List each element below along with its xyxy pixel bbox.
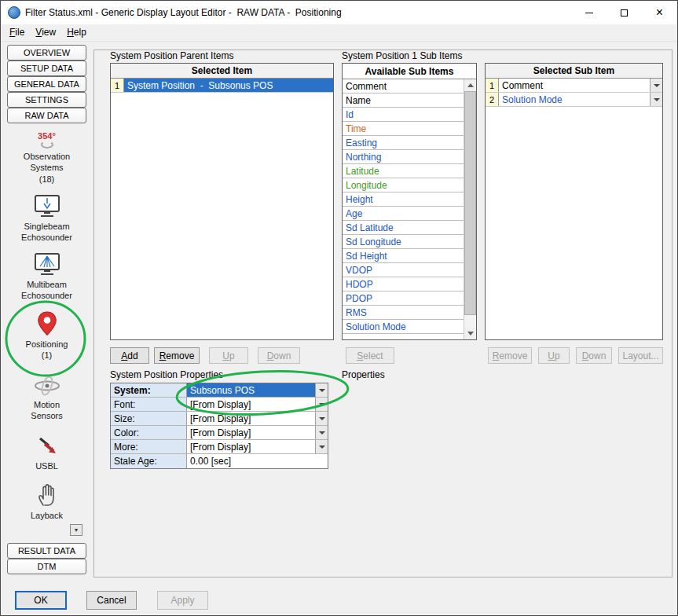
- sidebar-item-positioning[interactable]: Positioning (1): [7, 311, 86, 361]
- scrollbar-thumb[interactable]: [464, 91, 476, 315]
- selected-sub-item-row[interactable]: 2 Solution Mode: [486, 93, 662, 107]
- property-row-size: Size: [From Display]: [111, 412, 328, 426]
- available-sub-item[interactable]: Solution Mode: [343, 320, 464, 334]
- selected-sub-item-row[interactable]: 1 Comment: [486, 79, 662, 93]
- minimize-button[interactable]: [571, 1, 607, 24]
- selected-sub-items-table: Selected Sub Item 1 Comment 2 Solution M…: [485, 63, 663, 340]
- more-value[interactable]: [From Display]: [187, 440, 315, 453]
- sidebar-item-result-data[interactable]: RESULT DATA: [7, 543, 86, 559]
- sidebar-scroll-button[interactable]: [70, 524, 82, 536]
- sidebar-item-dtm[interactable]: DTM: [7, 559, 86, 574]
- usbl-icon: [7, 434, 86, 458]
- system-dropdown-icon[interactable]: [315, 383, 328, 397]
- down-button[interactable]: Down: [258, 347, 300, 364]
- sidebar-item-raw-data[interactable]: RAW DATA: [7, 108, 86, 123]
- available-sub-item[interactable]: Sd Latitude: [343, 221, 464, 235]
- available-sub-item[interactable]: Northing: [343, 150, 464, 164]
- available-sub-items-header: Available Sub Items: [343, 64, 476, 79]
- scrollbar-up-icon[interactable]: [464, 79, 476, 91]
- size-dropdown-icon[interactable]: [315, 412, 328, 425]
- generic-display-layout-editor-window: Filter Status.xml - Generic Display Layo…: [0, 0, 678, 616]
- available-sub-item[interactable]: Sd Longitude: [343, 235, 464, 249]
- menu-file[interactable]: File: [4, 24, 30, 41]
- sub-down-button[interactable]: Down: [576, 347, 612, 364]
- color-dropdown-icon[interactable]: [315, 426, 328, 439]
- more-dropdown-icon[interactable]: [315, 440, 328, 453]
- sub-items-section-title: System Position 1 Sub Items: [342, 50, 462, 61]
- available-sub-items-scrollbar[interactable]: [464, 79, 476, 339]
- sub-up-button[interactable]: Up: [538, 347, 570, 364]
- available-sub-item[interactable]: Comment: [343, 79, 464, 94]
- sub-item-dropdown-icon[interactable]: [650, 79, 662, 92]
- sidebar-item-observation-systems[interactable]: 354° Observation Systems (18): [7, 131, 86, 185]
- layout-button[interactable]: Layout...: [618, 347, 663, 364]
- select-button[interactable]: Select: [346, 347, 394, 364]
- available-sub-item[interactable]: Latitude: [343, 164, 464, 178]
- parent-item-label[interactable]: System Position - Subsonus POS: [124, 79, 333, 92]
- maximize-button[interactable]: [607, 1, 642, 24]
- up-button[interactable]: Up: [209, 347, 248, 364]
- cancel-button[interactable]: Cancel: [86, 591, 137, 610]
- sidebar-item-usbl[interactable]: USBL: [7, 434, 86, 471]
- property-row-color: Color: [From Display]: [111, 426, 328, 440]
- sidebar-item-setup-data[interactable]: SETUP DATA: [7, 60, 86, 76]
- properties-label: Properties: [342, 369, 385, 380]
- available-sub-items-panel: Available Sub Items Comment Name Id Time…: [342, 63, 477, 340]
- parent-items-header: Selected Item: [111, 64, 333, 79]
- row-number: 1: [111, 79, 124, 92]
- remove-button[interactable]: Remove: [154, 347, 200, 364]
- available-sub-item[interactable]: Easting: [343, 136, 464, 150]
- title-bar: Filter Status.xml - Generic Display Layo…: [1, 1, 677, 24]
- multibeam-echosounder-icon: [7, 253, 86, 277]
- available-sub-item[interactable]: Height: [343, 192, 464, 207]
- font-value[interactable]: [From Display]: [187, 398, 315, 411]
- window-title: Filter Status.xml - Generic Display Layo…: [25, 7, 571, 18]
- close-button[interactable]: [642, 1, 677, 24]
- apply-button[interactable]: Apply: [157, 591, 208, 610]
- layback-hand-icon: [7, 482, 86, 508]
- parent-item-row[interactable]: 1 System Position - Subsonus POS: [111, 79, 333, 93]
- motion-sensors-icon: [7, 375, 86, 397]
- selected-sub-item-label[interactable]: Solution Mode: [499, 93, 650, 106]
- menu-bar: File View Help: [1, 24, 677, 42]
- sub-remove-button[interactable]: Remove: [488, 347, 532, 364]
- compass-arc-icon: [41, 141, 53, 148]
- available-sub-item[interactable]: VDOP: [343, 263, 464, 277]
- more-label: More:: [111, 440, 187, 453]
- properties-section-title: System Position Properties: [110, 369, 223, 380]
- scrollbar-down-icon[interactable]: [464, 328, 476, 339]
- add-button[interactable]: Add: [110, 347, 149, 364]
- sidebar-item-motion-sensors[interactable]: Motion Sensors: [7, 375, 86, 422]
- system-value[interactable]: Subsonus POS: [187, 383, 315, 397]
- sidebar-item-layback[interactable]: Layback: [7, 482, 86, 521]
- available-sub-items-list: Comment Name Id Time Easting Northing La…: [343, 79, 464, 339]
- available-sub-item[interactable]: Time: [343, 122, 464, 136]
- sidebar-item-overview[interactable]: OVERVIEW: [7, 45, 86, 60]
- menu-view[interactable]: View: [30, 24, 61, 41]
- menu-help[interactable]: Help: [61, 24, 92, 41]
- sidebar-item-multibeam-echosounder[interactable]: Multibeam Echosounder: [7, 253, 86, 302]
- size-value[interactable]: [From Display]: [187, 412, 315, 425]
- sidebar-item-singlebeam-echosounder[interactable]: Singlebeam Echosounder: [7, 195, 86, 244]
- system-label: System:: [111, 383, 187, 397]
- row-number: 2: [486, 93, 499, 106]
- row-number: 1: [486, 79, 499, 92]
- available-sub-item[interactable]: HDOP: [343, 277, 464, 292]
- stale-age-value[interactable]: 0.00 [sec]: [187, 454, 328, 468]
- ok-button[interactable]: OK: [15, 591, 67, 610]
- available-sub-item[interactable]: Id: [343, 108, 464, 122]
- selected-sub-item-label[interactable]: Comment: [499, 79, 650, 92]
- available-sub-item[interactable]: Name: [343, 94, 464, 108]
- available-sub-item[interactable]: Longitude: [343, 178, 464, 192]
- font-dropdown-icon[interactable]: [315, 398, 328, 411]
- color-value[interactable]: [From Display]: [187, 426, 315, 439]
- available-sub-item[interactable]: Sd Height: [343, 249, 464, 263]
- selected-sub-items-empty-area: [486, 107, 662, 339]
- available-sub-item[interactable]: PDOP: [343, 292, 464, 306]
- available-sub-item[interactable]: RMS: [343, 306, 464, 320]
- sub-item-dropdown-icon[interactable]: [650, 93, 662, 106]
- sidebar-item-general-data[interactable]: GENERAL DATA: [7, 76, 86, 92]
- parent-items-table: Selected Item 1 System Position - Subson…: [110, 63, 334, 340]
- sidebar-item-settings[interactable]: SETTINGS: [7, 92, 86, 108]
- available-sub-item[interactable]: Age: [343, 207, 464, 221]
